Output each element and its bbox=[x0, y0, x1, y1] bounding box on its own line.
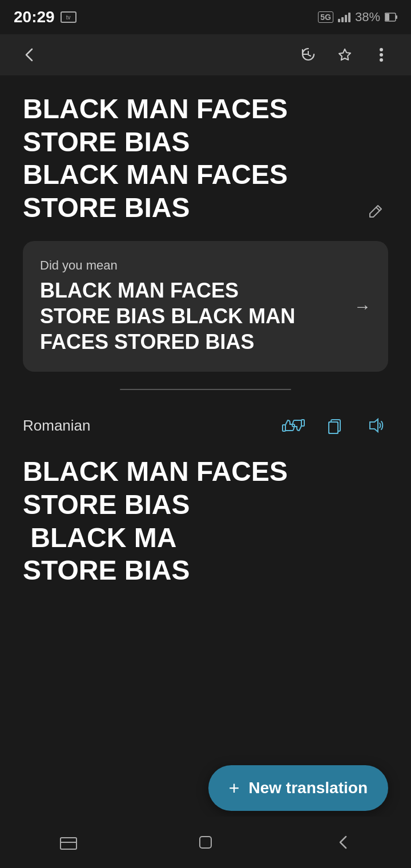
history-button[interactable] bbox=[296, 42, 321, 67]
fab-label: New translation bbox=[249, 779, 368, 797]
status-left: 20:29 tv bbox=[14, 8, 76, 26]
5g-icon: 5G bbox=[318, 11, 333, 23]
home-button[interactable] bbox=[188, 825, 223, 859]
svg-rect-1 bbox=[385, 14, 389, 21]
plus-icon: + bbox=[229, 778, 240, 799]
svg-rect-10 bbox=[329, 422, 338, 433]
svg-rect-15 bbox=[200, 837, 211, 848]
more-options-button[interactable] bbox=[369, 42, 394, 67]
svg-point-3 bbox=[380, 48, 383, 51]
main-content: BLACK MAN FACESSTORE BIASBLACK MAN FACES… bbox=[0, 75, 411, 390]
svg-point-4 bbox=[380, 53, 383, 57]
dym-text: BLACK MAN FACESSTORE BIAS BLACK MANFACES… bbox=[40, 278, 342, 355]
language-label: Romanian bbox=[23, 417, 91, 435]
nav-icons-right bbox=[296, 42, 394, 67]
original-text: BLACK MAN FACESSTORE BIASBLACK MAN FACES… bbox=[23, 93, 388, 224]
status-bar: 20:29 tv 5G 38% bbox=[0, 0, 411, 34]
status-right: 5G 38% bbox=[318, 10, 397, 25]
svg-marker-12 bbox=[370, 419, 378, 432]
back-gesture-button[interactable] bbox=[325, 825, 360, 859]
battery-icon bbox=[385, 13, 397, 22]
edit-button[interactable] bbox=[363, 199, 388, 224]
copy-button[interactable] bbox=[322, 413, 347, 438]
section-divider bbox=[120, 389, 291, 390]
dym-arrow-icon: → bbox=[354, 297, 371, 316]
did-you-mean-card[interactable]: Did you mean BLACK MAN FACESSTORE BIAS B… bbox=[23, 241, 388, 372]
dym-label: Did you mean bbox=[40, 258, 342, 273]
svg-rect-7 bbox=[301, 420, 304, 426]
svg-rect-13 bbox=[61, 838, 76, 849]
signal-bars-icon bbox=[338, 12, 350, 22]
nav-bar bbox=[0, 34, 411, 75]
speak-button[interactable] bbox=[363, 413, 388, 438]
recent-apps-button[interactable] bbox=[51, 825, 86, 859]
feedback-button[interactable] bbox=[281, 413, 306, 438]
translation-section: Romanian bbox=[0, 413, 411, 632]
language-row: Romanian bbox=[23, 413, 388, 438]
tv-icon: tv bbox=[61, 11, 76, 23]
language-actions bbox=[281, 413, 388, 438]
dym-content: Did you mean BLACK MAN FACESSTORE BIAS B… bbox=[40, 258, 342, 355]
svg-rect-6 bbox=[283, 425, 285, 431]
new-translation-button[interactable]: + New translation bbox=[208, 765, 388, 811]
favorite-button[interactable] bbox=[332, 42, 357, 67]
bottom-nav bbox=[0, 817, 411, 868]
battery-percentage: 38% bbox=[355, 10, 380, 25]
translated-text: BLACK MAN FACESSTORE BIAS BLACK MASTORE … bbox=[23, 455, 388, 632]
status-time: 20:29 bbox=[14, 8, 55, 26]
svg-rect-2 bbox=[396, 15, 397, 19]
svg-point-5 bbox=[380, 58, 383, 62]
back-button[interactable] bbox=[17, 42, 42, 67]
